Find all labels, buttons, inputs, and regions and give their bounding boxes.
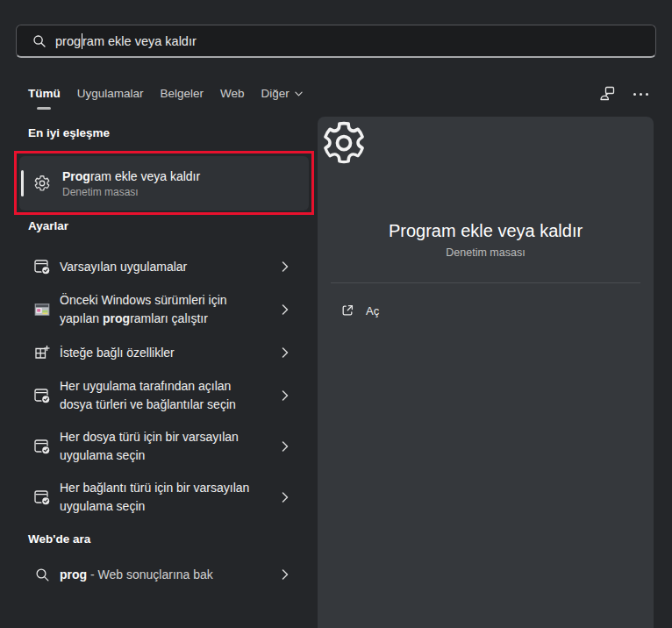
chevron-right-icon xyxy=(282,568,290,581)
chevron-right-icon xyxy=(282,389,290,402)
compatibility-icon xyxy=(33,301,51,318)
more-options-button[interactable] xyxy=(632,85,649,103)
default-apps-icon xyxy=(33,489,51,506)
optional-features-icon xyxy=(33,344,51,361)
web-search-header: Web'de ara xyxy=(28,532,90,546)
settings-item-optional-features[interactable]: İsteğe bağlı özellikler xyxy=(14,335,309,370)
tab-web[interactable]: Web xyxy=(220,87,245,102)
open-external-icon xyxy=(340,303,354,318)
settings-item-default-by-file-type[interactable]: Her dosya türü için bir varsayılan uygul… xyxy=(14,421,309,472)
default-apps-icon xyxy=(33,387,51,404)
settings-header: Ayarlar xyxy=(28,219,68,232)
open-action[interactable]: Aç xyxy=(340,302,379,319)
preview-title: Program ekle veya kaldır xyxy=(318,221,654,241)
search-icon xyxy=(33,566,51,583)
ellipsis-icon xyxy=(633,93,648,96)
active-tab-indicator xyxy=(37,107,51,110)
gear-icon xyxy=(318,117,654,628)
default-apps-icon xyxy=(33,438,51,455)
settings-item-file-type-associations[interactable]: Her uygulama tarafından açılan dosya tür… xyxy=(14,370,309,421)
settings-list: Varsayılan uygulamalar Önceki Windows sü… xyxy=(14,249,309,523)
selection-indicator xyxy=(21,170,24,196)
filter-tabs: Tümü Uygulamalar Belgeler Web Diğer xyxy=(28,81,649,107)
settings-item-default-apps[interactable]: Varsayılan uygulamalar xyxy=(14,249,309,284)
search-input[interactable]: program ekle veya kaldır xyxy=(16,25,656,58)
chevron-right-icon xyxy=(282,491,290,503)
settings-item-default-by-link-type[interactable]: Her bağlantı türü için bir varsayılan uy… xyxy=(14,472,309,523)
best-match-header: En iyi eşleşme xyxy=(28,126,110,139)
person-chat-icon[interactable] xyxy=(598,85,616,103)
tab-uygulamalar[interactable]: Uygulamalar xyxy=(77,87,144,102)
open-action-label: Aç xyxy=(366,304,379,318)
chevron-right-icon xyxy=(282,260,290,273)
tab-diger[interactable]: Diğer xyxy=(261,87,303,102)
gear-icon xyxy=(32,174,52,193)
chevron-down-icon xyxy=(295,91,303,96)
best-match-subtitle: Denetim masası xyxy=(62,186,200,198)
chevron-right-icon xyxy=(282,440,290,453)
default-apps-icon xyxy=(33,258,51,275)
search-flyout: Program ekle veya kaldır Denetim masası … xyxy=(0,0,672,628)
best-match-result[interactable]: Program ekle veya kaldır Denetim masası xyxy=(19,156,309,211)
preview-subtitle: Denetim masası xyxy=(318,246,654,259)
tab-belgeler[interactable]: Belgeler xyxy=(161,87,204,102)
best-match-title: Program ekle veya kaldır xyxy=(62,169,200,183)
settings-item-compatibility[interactable]: Önceki Windows sürümleri için yapılan pr… xyxy=(14,284,309,335)
web-search-item[interactable]: prog - Web sonuçlarına bak xyxy=(14,557,309,592)
tab-tumu[interactable]: Tümü xyxy=(28,87,61,102)
search-icon xyxy=(32,34,46,48)
chevron-right-icon xyxy=(282,346,290,359)
preview-divider xyxy=(331,282,640,283)
search-query-text: program ekle veya kaldır xyxy=(55,33,197,49)
web-search-list: prog - Web sonuçlarına bak xyxy=(14,557,309,592)
chevron-right-icon xyxy=(282,303,290,316)
